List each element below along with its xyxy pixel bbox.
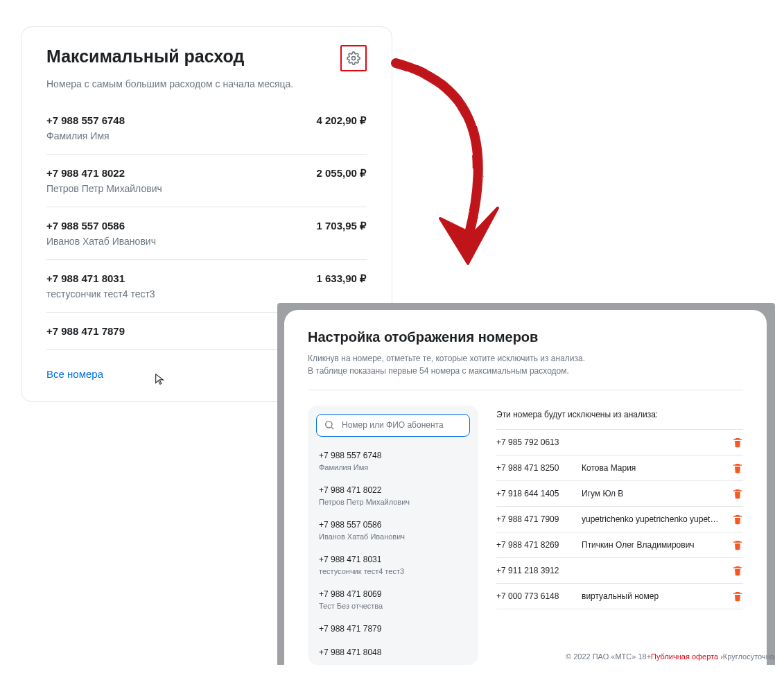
phone-number: +7 988 471 8048 [319, 647, 467, 657]
svg-point-1 [326, 421, 332, 428]
widget-subtitle: Номера с самым большим расходом с начала… [46, 78, 367, 89]
search-column: +7 988 557 6748Фамилия Имя+7 988 471 802… [308, 406, 478, 665]
search-field[interactable] [316, 414, 470, 437]
modal-title: Настройка отображения номеров [308, 329, 743, 345]
modal-hint-line2: В таблице показаны первые 54 номера с ма… [308, 366, 569, 376]
search-result-item[interactable]: +7 988 557 6748Фамилия Имя [316, 444, 470, 478]
delete-button[interactable] [732, 591, 743, 602]
phone-number: +7 988 557 0586 [46, 220, 156, 232]
excluded-column: Эти номера будут исключены из анализа: +… [496, 406, 743, 665]
search-result-item[interactable]: +7 988 557 0586Иванов Хатаб Иванович [316, 513, 470, 548]
phone-number: +7 988 471 8022 [319, 485, 467, 495]
modal-hint: Кликнув на номере, отметьте те, которые … [308, 352, 743, 377]
phone-number: +7 985 792 0613 [496, 437, 569, 447]
widget-title: Максимальный расход [46, 46, 244, 67]
phone-number: +7 988 471 7879 [319, 624, 467, 634]
page-footer: © 2022 ПАО «МТС» 18+ Публичная оферта › … [559, 648, 775, 665]
phone-number: +7 988 557 6748 [319, 451, 467, 460]
amount: 1 633,90 ₽ [316, 272, 367, 285]
spend-row[interactable]: +7 988 557 6748 Фамилия Имя 4 202,90 ₽ [46, 102, 367, 155]
search-result-item[interactable]: +7 988 471 8022Петров Петр Михайлович [316, 478, 470, 513]
footer-support: Круглосуточная служба поддержки: 8 800 2… [723, 652, 775, 661]
excluded-row: +7 000 773 6148 виртуальный номер [496, 584, 743, 609]
subscriber-name: Котова Мария [582, 463, 720, 473]
amount: 1 703,95 ₽ [316, 220, 367, 232]
svg-point-0 [352, 57, 356, 60]
phone-number: +7 988 557 6748 [46, 114, 125, 126]
gear-icon [347, 51, 360, 65]
all-numbers-link[interactable]: Все номера [46, 368, 103, 380]
subscriber-name: Петров Петр Михайлович [319, 498, 467, 506]
subscriber-name: Петров Петр Михайлович [46, 183, 162, 194]
spend-row[interactable]: +7 988 471 8022 Петров Петр Михайлович 2… [46, 155, 367, 207]
phone-number: +7 988 471 7879 [46, 325, 125, 337]
phone-number: +7 988 471 8022 [46, 167, 162, 179]
widget-header: Максимальный расход [46, 46, 367, 71]
settings-button[interactable] [340, 45, 367, 71]
phone-number: +7 911 218 3912 [496, 566, 569, 575]
phone-number: +7 918 644 1405 [496, 489, 569, 498]
search-icon [324, 419, 335, 431]
phone-number: +7 988 471 8269 [496, 540, 569, 550]
excluded-list: +7 985 792 0613 +7 988 471 8250 Котова М… [496, 429, 743, 609]
excluded-row: +7 988 471 8269 Птичкин Олег Владимирови… [496, 532, 743, 558]
subscriber-name: Игум Юл В [582, 489, 720, 498]
phone-number: +7 988 557 0586 [319, 520, 467, 530]
subscriber-name: Тест Без отчества [319, 602, 467, 610]
delete-button[interactable] [732, 437, 743, 448]
subscriber-name: тестусончик тест4 тест3 [46, 288, 155, 299]
modal-body: +7 988 557 6748Фамилия Имя+7 988 471 802… [308, 406, 743, 665]
excluded-row: +7 911 218 3912 [496, 558, 743, 584]
subscriber-name: Птичкин Олег Владимирович [582, 540, 720, 550]
excluded-row: +7 988 471 8250 Котова Мария [496, 455, 743, 481]
delete-button[interactable] [732, 514, 743, 525]
search-input[interactable] [340, 419, 462, 431]
excluded-title: Эти номера будут исключены из анализа: [496, 410, 743, 419]
delete-button[interactable] [732, 539, 743, 550]
modal-backdrop: Настройка отображения номеров Кликнув на… [277, 303, 775, 665]
settings-modal: Настройка отображения номеров Кликнув на… [284, 310, 767, 665]
amount: 4 202,90 ₽ [316, 114, 367, 127]
search-result-item[interactable]: +7 988 471 7879 [316, 617, 470, 641]
phone-number: +7 988 471 8031 [319, 555, 467, 564]
amount: 2 055,00 ₽ [316, 167, 367, 180]
modal-hint-line1: Кликнув на номере, отметьте те, которые … [308, 354, 585, 363]
subscriber-name: виртуальный номер [582, 591, 720, 601]
annotation-arrow [388, 55, 520, 270]
subscriber-name: Фамилия Имя [46, 130, 125, 141]
delete-button[interactable] [732, 488, 743, 499]
subscriber-name: Фамилия Имя [319, 463, 467, 471]
delete-button[interactable] [732, 565, 743, 576]
excluded-row: +7 988 471 7909 yupetrichenko yupetriche… [496, 507, 743, 532]
search-result-item[interactable]: +7 988 471 8069Тест Без отчества [316, 582, 470, 617]
phone-number: +7 000 773 6148 [496, 591, 569, 601]
phone-number: +7 988 471 8250 [496, 463, 569, 473]
subscriber-name: Иванов Хатаб Иванович [319, 532, 467, 541]
phone-number: +7 988 471 8069 [319, 589, 467, 599]
spend-row[interactable]: +7 988 557 0586 Иванов Хатаб Иванович 1 … [46, 207, 367, 260]
search-result-item[interactable]: +7 988 471 8048 [316, 641, 470, 657]
phone-number: +7 988 471 8031 [46, 272, 155, 284]
footer-copyright: © 2022 ПАО «МТС» 18+ [566, 652, 651, 661]
delete-button[interactable] [732, 462, 743, 473]
phone-number: +7 988 471 7909 [496, 514, 569, 524]
excluded-row: +7 918 644 1405 Игум Юл В [496, 481, 743, 507]
search-result-item[interactable]: +7 988 471 8031тестусончик тест4 тест3 [316, 548, 470, 582]
search-results: +7 988 557 6748Фамилия Имя+7 988 471 802… [316, 444, 470, 657]
divider [308, 390, 743, 390]
excluded-row: +7 985 792 0613 [496, 429, 743, 455]
subscriber-name: Иванов Хатаб Иванович [46, 236, 156, 247]
subscriber-name: yupetrichenko yupetrichenko yupetrichenk… [582, 514, 720, 524]
svg-line-2 [331, 428, 333, 430]
footer-offer-link[interactable]: Публичная оферта › [651, 652, 723, 661]
subscriber-name: тестусончик тест4 тест3 [319, 567, 467, 575]
